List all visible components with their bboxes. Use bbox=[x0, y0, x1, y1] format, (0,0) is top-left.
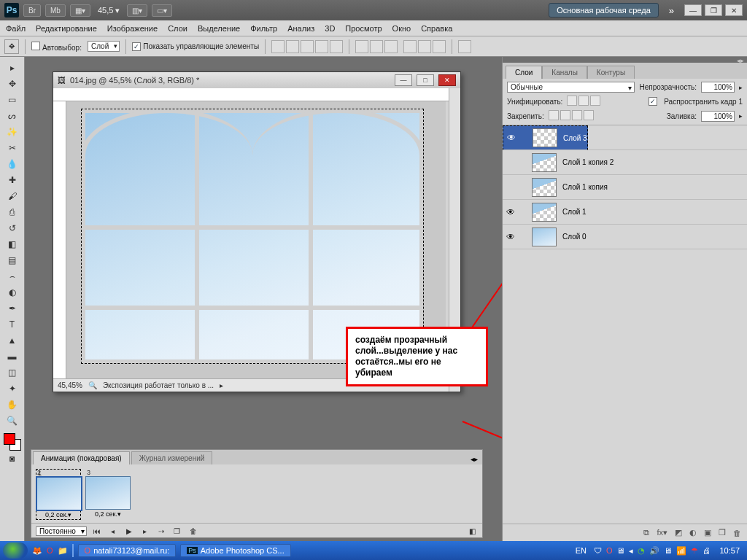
stamp-tool-icon[interactable]: ⎙ bbox=[3, 204, 22, 220]
menu-filter[interactable]: Фильтр bbox=[250, 24, 277, 33]
tray-icon[interactable]: ◂ bbox=[629, 546, 633, 556]
3d-tool-icon[interactable]: ◫ bbox=[3, 365, 22, 381]
document-titlebar[interactable]: 🖼 014.jpg @ 45,5% (Слой 3, RGB/8) * — □ … bbox=[53, 72, 460, 88]
convert-timeline-icon[interactable]: ◧ bbox=[466, 526, 478, 537]
visibility-toggle-icon[interactable]: 👁 bbox=[503, 207, 519, 217]
magic-wand-tool-icon[interactable]: ✨ bbox=[3, 124, 22, 140]
3d-camera-tool-icon[interactable]: ✦ bbox=[3, 381, 22, 397]
layer-style-icon[interactable]: fx▾ bbox=[657, 528, 667, 537]
tab-paths[interactable]: Контуры bbox=[587, 66, 635, 79]
status-info[interactable]: Экспозиция работает только в ... bbox=[103, 381, 214, 389]
gradient-tool-icon[interactable]: ▤ bbox=[3, 252, 22, 268]
layer-name[interactable]: Слой 1 копия bbox=[560, 183, 747, 191]
visibility-toggle-icon[interactable]: 👁 bbox=[503, 133, 519, 143]
quicklaunch-icon[interactable]: 🦊 bbox=[32, 546, 42, 556]
adjustment-layer-icon[interactable]: ◐ bbox=[689, 528, 697, 537]
tab-layers[interactable]: Слои bbox=[506, 66, 542, 79]
language-indicator[interactable]: EN bbox=[573, 546, 589, 555]
doc-minimize-button[interactable]: — bbox=[395, 74, 412, 86]
marquee-tool-icon[interactable]: ▭ bbox=[3, 92, 22, 108]
window-close-button[interactable]: ✕ bbox=[725, 4, 743, 16]
path-select-tool-icon[interactable]: ▲ bbox=[3, 332, 22, 349]
menu-image[interactable]: Изображение bbox=[107, 24, 158, 33]
menu-analysis[interactable]: Анализ bbox=[287, 24, 314, 33]
tab-channels[interactable]: Каналы bbox=[542, 66, 587, 79]
ruler-horizontal[interactable] bbox=[53, 88, 449, 101]
loop-select[interactable]: Постоянно bbox=[36, 526, 87, 536]
tray-icon[interactable]: O bbox=[606, 546, 613, 555]
crop-tool-icon[interactable]: ✂ bbox=[3, 140, 22, 156]
blend-mode-select[interactable]: Обычные bbox=[507, 82, 635, 93]
show-transform-checkbox[interactable]: ✓Показать управляющие элементы bbox=[132, 42, 259, 51]
lock-icons[interactable] bbox=[549, 110, 595, 122]
dodge-tool-icon[interactable]: ◐ bbox=[3, 284, 22, 300]
menu-edit[interactable]: Редактирование bbox=[36, 24, 97, 33]
taskbar-task-opera[interactable]: Onatali73123@mail.ru: bbox=[78, 544, 177, 557]
color-swatches[interactable] bbox=[4, 433, 21, 451]
shape-tool-icon[interactable]: ▬ bbox=[3, 349, 22, 365]
layer-row[interactable]: Слой 1 копия bbox=[503, 175, 747, 200]
eraser-tool-icon[interactable]: ◧ bbox=[3, 236, 22, 252]
tray-icon[interactable]: ☂ bbox=[691, 546, 698, 556]
layer-thumbnail[interactable] bbox=[532, 228, 557, 246]
type-tool-icon[interactable]: T bbox=[3, 316, 22, 332]
animation-collapse-icon[interactable]: ◂▸ bbox=[466, 454, 482, 464]
lasso-tool-icon[interactable]: ᔕ bbox=[3, 108, 22, 124]
layer-row[interactable]: 👁 Слой 1 bbox=[503, 200, 747, 225]
auto-select-target-select[interactable]: Слой bbox=[88, 41, 120, 52]
screen-mode-button[interactable]: ▦▾ bbox=[70, 4, 90, 17]
arrange-button[interactable]: ▭▾ bbox=[152, 4, 172, 17]
tray-icon[interactable]: 🔊 bbox=[649, 546, 659, 556]
tray-icon[interactable]: 🛡 bbox=[594, 546, 602, 555]
layer-thumbnail[interactable] bbox=[532, 178, 557, 197]
auto-align-icon[interactable] bbox=[458, 40, 471, 53]
quickmask-icon[interactable]: ◙ bbox=[3, 451, 22, 467]
frame-tween-icon[interactable]: ⇢ bbox=[155, 526, 167, 537]
tray-icon[interactable]: 📶 bbox=[676, 546, 686, 556]
start-button[interactable] bbox=[3, 542, 28, 559]
bridge-button[interactable]: Br bbox=[23, 4, 41, 17]
view-extras-button[interactable]: ▥▾ bbox=[127, 4, 147, 17]
window-restore-button[interactable]: ❐ bbox=[705, 4, 722, 16]
link-layers-icon[interactable]: ⧉ bbox=[643, 528, 649, 537]
animation-frame-1[interactable]: 1 0,2 сек.▾ bbox=[36, 469, 81, 520]
layer-row[interactable]: Слой 1 копия 2 bbox=[503, 150, 747, 175]
doc-close-button[interactable]: ✕ bbox=[438, 74, 456, 86]
pen-tool-icon[interactable]: ✒ bbox=[3, 300, 22, 316]
opacity-input[interactable]: 100% bbox=[701, 82, 735, 93]
window-minimize-button[interactable]: — bbox=[684, 4, 702, 16]
layer-name[interactable]: Слой 1 копия 2 bbox=[560, 158, 747, 166]
frame-delete-icon[interactable]: 🗑 bbox=[187, 526, 199, 537]
quicklaunch-icon[interactable]: 📁 bbox=[58, 546, 68, 556]
frame-prev-icon[interactable]: ◂ bbox=[107, 526, 119, 537]
workspace-switcher[interactable]: Основная рабочая среда bbox=[549, 3, 659, 18]
menu-select[interactable]: Выделение bbox=[198, 24, 240, 33]
move-tool-icon[interactable]: ✥ bbox=[3, 76, 22, 92]
foreground-color-swatch[interactable] bbox=[4, 433, 15, 445]
layer-thumbnail[interactable] bbox=[532, 153, 557, 172]
new-layer-icon[interactable]: ❐ bbox=[719, 528, 726, 537]
hand-tool-icon[interactable]: ✋ bbox=[3, 397, 22, 413]
history-brush-tool-icon[interactable]: ↺ bbox=[3, 220, 22, 236]
distribute-iconset-2[interactable] bbox=[403, 40, 446, 53]
tab-animation[interactable]: Анимация (покадровая) bbox=[33, 451, 130, 464]
layer-name[interactable]: Слой 1 bbox=[560, 208, 747, 216]
menu-window[interactable]: Окно bbox=[392, 24, 411, 33]
delete-layer-icon[interactable]: 🗑 bbox=[733, 529, 741, 537]
align-iconset[interactable] bbox=[271, 40, 343, 53]
dock-collapse-icon[interactable]: ◂▸ bbox=[503, 57, 747, 63]
eyedropper-tool-icon[interactable]: 💧 bbox=[3, 156, 22, 172]
layer-row[interactable]: 👁 Слой 3 bbox=[503, 125, 588, 150]
animation-frame-3[interactable]: 3 0,2 сек.▾ bbox=[85, 469, 131, 518]
healing-tool-icon[interactable]: ✚ bbox=[3, 172, 22, 188]
collapse-toolbox-icon[interactable]: ▸ bbox=[3, 60, 22, 76]
menu-file[interactable]: Файл bbox=[6, 24, 26, 33]
layer-group-icon[interactable]: ▣ bbox=[704, 528, 711, 537]
layer-mask-icon[interactable]: ◩ bbox=[675, 528, 682, 537]
layer-row[interactable]: 👁 Слой 0 bbox=[503, 225, 747, 249]
menu-3d[interactable]: 3D bbox=[325, 24, 335, 33]
distribute-iconset-1[interactable] bbox=[355, 40, 398, 53]
zoom-value[interactable]: 45,5 ▾ bbox=[95, 6, 123, 15]
menu-help[interactable]: Справка bbox=[421, 24, 452, 33]
status-zoom[interactable]: 45,45% bbox=[58, 381, 82, 389]
